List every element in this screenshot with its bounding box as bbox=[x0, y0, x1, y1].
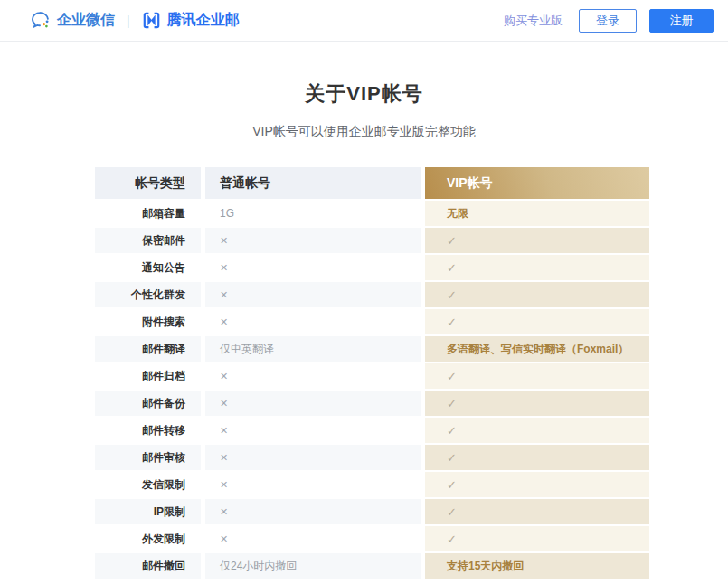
table-row: 附件搜索✕✓ bbox=[95, 309, 649, 334]
feature-label: 邮件归档 bbox=[142, 369, 185, 384]
vip-account-cell: ✓ bbox=[425, 255, 649, 280]
brand-divider: | bbox=[127, 14, 130, 28]
table-row: 邮件转移✕✓ bbox=[95, 418, 649, 443]
table-row: 邮件撤回仅24小时内撤回支持15天内撤回 bbox=[95, 553, 649, 579]
cross-icon: ✕ bbox=[220, 533, 228, 545]
cross-icon: ✕ bbox=[220, 262, 228, 274]
header-normal-account: 普通帐号 bbox=[205, 167, 421, 199]
feature-cell: 附件搜索 bbox=[95, 309, 201, 334]
normal-account-cell: ✕ bbox=[205, 255, 421, 280]
table-row: 保密邮件✕✓ bbox=[95, 228, 649, 253]
vip-account-cell: ✓ bbox=[425, 282, 649, 307]
feature-label: 邮箱容量 bbox=[142, 206, 185, 221]
normal-value: 仅中英翻译 bbox=[220, 342, 274, 357]
table-row: 通知公告✕✓ bbox=[95, 255, 649, 280]
cross-icon: ✕ bbox=[220, 425, 228, 437]
vip-account-cell: ✓ bbox=[425, 526, 649, 551]
feature-cell: 邮箱容量 bbox=[95, 201, 201, 226]
vip-account-cell: 无限 bbox=[425, 201, 649, 226]
feature-cell: 邮件备份 bbox=[95, 391, 201, 416]
vip-account-cell: ✓ bbox=[425, 309, 649, 334]
header-vip-account: VIP帐号 bbox=[425, 167, 649, 199]
cross-icon: ✕ bbox=[220, 235, 228, 247]
feature-cell: 保密邮件 bbox=[95, 228, 201, 253]
vip-account-cell: ✓ bbox=[425, 363, 649, 389]
feature-cell: 邮件转移 bbox=[95, 418, 201, 443]
feature-label: 邮件翻译 bbox=[142, 342, 185, 357]
wechat-work-brand[interactable]: 企业微信 bbox=[30, 10, 115, 31]
feature-label: 发信限制 bbox=[142, 477, 185, 493]
check-icon: ✓ bbox=[447, 505, 457, 519]
header-account-type: 帐号类型 bbox=[95, 167, 201, 199]
check-icon: ✓ bbox=[447, 532, 457, 546]
normal-account-cell: 仅中英翻译 bbox=[205, 336, 421, 362]
feature-label: 邮件审核 bbox=[142, 450, 185, 466]
normal-account-cell: ✕ bbox=[205, 472, 421, 497]
buy-pro-link[interactable]: 购买专业版 bbox=[504, 13, 563, 29]
vip-account-cell: ✓ bbox=[425, 472, 649, 497]
normal-account-cell: 1G bbox=[205, 201, 421, 226]
feature-label: 邮件撤回 bbox=[142, 559, 185, 574]
feature-label: 邮件转移 bbox=[142, 423, 185, 438]
feature-label: 外发限制 bbox=[142, 532, 185, 547]
cross-icon: ✕ bbox=[220, 289, 228, 301]
login-button[interactable]: 登录 bbox=[579, 9, 637, 33]
normal-account-cell: ✕ bbox=[205, 391, 421, 416]
exmail-brand[interactable]: 腾讯企业邮 bbox=[142, 11, 240, 30]
check-icon: ✓ bbox=[447, 234, 457, 248]
check-icon: ✓ bbox=[447, 397, 457, 410]
feature-cell: IP限制 bbox=[95, 499, 201, 524]
table-row: 邮件翻译仅中英翻译多语翻译、写信实时翻译（Foxmail） bbox=[95, 336, 649, 362]
check-icon: ✓ bbox=[447, 451, 457, 465]
exmail-label: 腾讯企业邮 bbox=[167, 11, 240, 30]
table-row: 邮箱容量1G无限 bbox=[95, 201, 649, 226]
normal-account-cell: ✕ bbox=[205, 282, 421, 307]
table-row: 邮件备份✕✓ bbox=[95, 391, 649, 416]
normal-account-cell: 仅24小时内撤回 bbox=[205, 553, 421, 579]
feature-label: 邮件备份 bbox=[142, 396, 185, 411]
feature-label: 保密邮件 bbox=[142, 233, 185, 249]
vip-account-cell: ✓ bbox=[425, 391, 649, 416]
vip-account-cell: ✓ bbox=[425, 445, 649, 470]
feature-label: 通知公告 bbox=[142, 260, 185, 276]
vip-comparison-table: 帐号类型 普通帐号 VIP帐号 邮箱容量1G无限保密邮件✕✓通知公告✕✓个性化群… bbox=[95, 167, 649, 579]
vip-value: 支持15天内撤回 bbox=[447, 559, 524, 574]
table-header-row: 帐号类型 普通帐号 VIP帐号 bbox=[95, 167, 649, 199]
feature-label: 个性化群发 bbox=[131, 287, 185, 303]
table-row: 外发限制✕✓ bbox=[95, 526, 649, 551]
normal-value: 1G bbox=[220, 207, 234, 220]
feature-cell: 发信限制 bbox=[95, 472, 201, 497]
normal-account-cell: ✕ bbox=[205, 418, 421, 443]
cross-icon: ✕ bbox=[220, 506, 228, 518]
cross-icon: ✕ bbox=[220, 452, 228, 464]
vip-value: 多语翻译、写信实时翻译（Foxmail） bbox=[447, 342, 629, 357]
vip-value: 无限 bbox=[447, 206, 468, 221]
table-row: 个性化群发✕✓ bbox=[95, 282, 649, 307]
navbar-actions: 购买专业版 登录 注册 bbox=[504, 9, 714, 33]
feature-cell: 邮件审核 bbox=[95, 445, 201, 470]
check-icon: ✓ bbox=[447, 261, 457, 275]
vip-account-cell: ✓ bbox=[425, 418, 649, 443]
register-button[interactable]: 注册 bbox=[649, 9, 714, 33]
vip-account-cell: 支持15天内撤回 bbox=[425, 553, 649, 579]
normal-account-cell: ✕ bbox=[205, 228, 421, 253]
feature-cell: 邮件撤回 bbox=[95, 553, 201, 579]
vip-account-cell: ✓ bbox=[425, 228, 649, 253]
cross-icon: ✕ bbox=[220, 371, 228, 382]
feature-cell: 邮件归档 bbox=[95, 363, 201, 389]
check-icon: ✓ bbox=[447, 478, 457, 492]
feature-cell: 通知公告 bbox=[95, 255, 201, 280]
feature-cell: 邮件翻译 bbox=[95, 336, 201, 362]
vip-account-cell: 多语翻译、写信实时翻译（Foxmail） bbox=[425, 336, 649, 362]
normal-account-cell: ✕ bbox=[205, 526, 421, 551]
cross-icon: ✕ bbox=[220, 479, 228, 491]
normal-account-cell: ✕ bbox=[205, 499, 421, 524]
feature-cell: 外发限制 bbox=[95, 526, 201, 551]
table-row: 邮件归档✕✓ bbox=[95, 363, 649, 389]
top-navbar: 企业微信 | 腾讯企业邮 购买专业版 登录 注册 bbox=[0, 0, 728, 42]
page-title: 关于VIP帐号 bbox=[0, 80, 728, 108]
table-row: 邮件审核✕✓ bbox=[95, 445, 649, 470]
feature-label: IP限制 bbox=[154, 504, 185, 520]
normal-account-cell: ✕ bbox=[205, 363, 421, 389]
check-icon: ✓ bbox=[447, 424, 457, 438]
